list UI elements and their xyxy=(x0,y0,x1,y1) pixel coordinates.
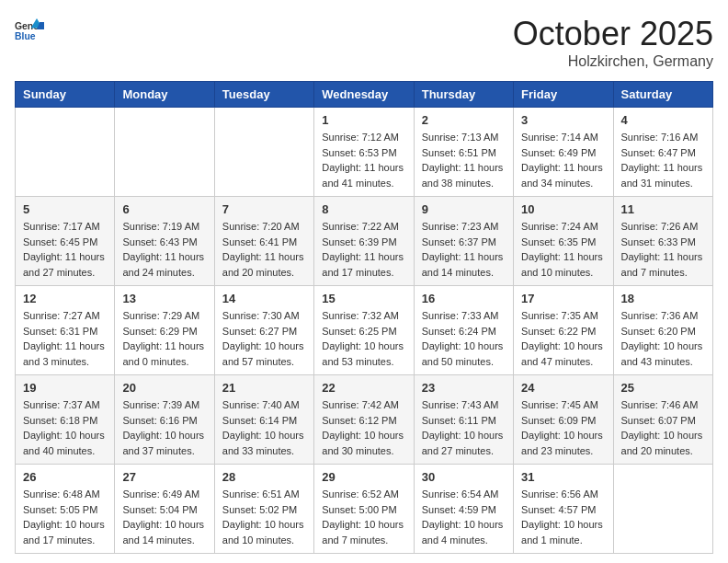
calendar-cell: 21Sunrise: 7:40 AM Sunset: 6:14 PM Dayli… xyxy=(214,375,313,465)
day-info: Sunrise: 7:20 AM Sunset: 6:41 PM Dayligh… xyxy=(222,219,306,280)
day-number: 8 xyxy=(322,202,405,216)
calendar-cell xyxy=(613,465,712,554)
calendar-cell: 25Sunrise: 7:46 AM Sunset: 6:07 PM Dayli… xyxy=(613,375,712,465)
calendar-cell xyxy=(115,108,214,197)
calendar-cell: 18Sunrise: 7:36 AM Sunset: 6:20 PM Dayli… xyxy=(613,286,712,375)
weekday-header: Friday xyxy=(514,82,613,108)
day-number: 25 xyxy=(621,381,705,395)
calendar-cell xyxy=(214,108,313,197)
calendar-week-row: 12Sunrise: 7:27 AM Sunset: 6:31 PM Dayli… xyxy=(16,286,713,375)
title-area: October 2025 Holzkirchen, Germany xyxy=(513,15,713,70)
calendar-cell: 29Sunrise: 6:52 AM Sunset: 5:00 PM Dayli… xyxy=(314,465,414,554)
logo: General Blue xyxy=(15,15,44,44)
calendar-table: SundayMondayTuesdayWednesdayThursdayFrid… xyxy=(15,81,713,554)
day-number: 18 xyxy=(621,292,705,305)
day-number: 21 xyxy=(222,381,306,395)
day-info: Sunrise: 7:35 AM Sunset: 6:22 PM Dayligh… xyxy=(521,308,605,369)
day-info: Sunrise: 7:12 AM Sunset: 6:53 PM Dayligh… xyxy=(322,130,405,190)
day-number: 5 xyxy=(23,202,107,216)
day-number: 27 xyxy=(122,470,206,484)
day-number: 15 xyxy=(322,292,405,305)
logo-icon: General Blue xyxy=(15,15,44,44)
day-info: Sunrise: 7:36 AM Sunset: 6:20 PM Dayligh… xyxy=(621,308,705,369)
day-number: 6 xyxy=(122,202,206,216)
calendar-cell: 7Sunrise: 7:20 AM Sunset: 6:41 PM Daylig… xyxy=(214,197,313,286)
calendar-cell: 24Sunrise: 7:45 AM Sunset: 6:09 PM Dayli… xyxy=(514,375,613,465)
day-info: Sunrise: 6:51 AM Sunset: 5:02 PM Dayligh… xyxy=(222,487,306,547)
calendar-cell: 23Sunrise: 7:43 AM Sunset: 6:11 PM Dayli… xyxy=(414,375,513,465)
calendar-cell: 9Sunrise: 7:23 AM Sunset: 6:37 PM Daylig… xyxy=(414,197,513,286)
calendar-cell xyxy=(16,108,115,197)
calendar-cell: 8Sunrise: 7:22 AM Sunset: 6:39 PM Daylig… xyxy=(314,197,414,286)
day-number: 12 xyxy=(23,292,107,305)
calendar-week-row: 26Sunrise: 6:48 AM Sunset: 5:05 PM Dayli… xyxy=(16,465,713,554)
day-info: Sunrise: 7:43 AM Sunset: 6:11 PM Dayligh… xyxy=(422,397,506,458)
calendar-cell: 26Sunrise: 6:48 AM Sunset: 5:05 PM Dayli… xyxy=(16,465,115,554)
day-number: 1 xyxy=(322,113,405,127)
calendar-cell: 15Sunrise: 7:32 AM Sunset: 6:25 PM Dayli… xyxy=(314,286,414,375)
weekday-header: Sunday xyxy=(16,82,115,108)
day-info: Sunrise: 6:48 AM Sunset: 5:05 PM Dayligh… xyxy=(23,487,107,547)
weekday-header: Tuesday xyxy=(214,82,313,108)
day-info: Sunrise: 7:32 AM Sunset: 6:25 PM Dayligh… xyxy=(322,308,405,369)
day-number: 20 xyxy=(122,381,206,395)
calendar-cell: 30Sunrise: 6:54 AM Sunset: 4:59 PM Dayli… xyxy=(414,465,513,554)
day-info: Sunrise: 7:46 AM Sunset: 6:07 PM Dayligh… xyxy=(621,397,705,458)
day-number: 3 xyxy=(521,113,605,127)
calendar-cell: 12Sunrise: 7:27 AM Sunset: 6:31 PM Dayli… xyxy=(16,286,115,375)
calendar-cell: 17Sunrise: 7:35 AM Sunset: 6:22 PM Dayli… xyxy=(514,286,613,375)
calendar-cell: 10Sunrise: 7:24 AM Sunset: 6:35 PM Dayli… xyxy=(514,197,613,286)
calendar-cell: 13Sunrise: 7:29 AM Sunset: 6:29 PM Dayli… xyxy=(115,286,214,375)
weekday-header-row: SundayMondayTuesdayWednesdayThursdayFrid… xyxy=(16,82,713,108)
day-info: Sunrise: 7:39 AM Sunset: 6:16 PM Dayligh… xyxy=(122,397,206,458)
calendar-cell: 14Sunrise: 7:30 AM Sunset: 6:27 PM Dayli… xyxy=(214,286,313,375)
month-title: October 2025 xyxy=(513,15,713,53)
calendar-week-row: 1Sunrise: 7:12 AM Sunset: 6:53 PM Daylig… xyxy=(16,108,713,197)
weekday-header: Thursday xyxy=(414,82,513,108)
calendar-cell: 20Sunrise: 7:39 AM Sunset: 6:16 PM Dayli… xyxy=(115,375,214,465)
day-info: Sunrise: 6:56 AM Sunset: 4:57 PM Dayligh… xyxy=(521,487,605,547)
day-number: 10 xyxy=(521,202,605,216)
calendar-cell: 22Sunrise: 7:42 AM Sunset: 6:12 PM Dayli… xyxy=(314,375,414,465)
day-number: 26 xyxy=(23,470,107,484)
day-info: Sunrise: 7:24 AM Sunset: 6:35 PM Dayligh… xyxy=(521,219,605,280)
calendar-cell: 27Sunrise: 6:49 AM Sunset: 5:04 PM Dayli… xyxy=(115,465,214,554)
day-info: Sunrise: 7:42 AM Sunset: 6:12 PM Dayligh… xyxy=(322,397,405,458)
location: Holzkirchen, Germany xyxy=(513,53,713,70)
calendar-cell: 5Sunrise: 7:17 AM Sunset: 6:45 PM Daylig… xyxy=(16,197,115,286)
day-number: 7 xyxy=(222,202,306,216)
day-info: Sunrise: 7:27 AM Sunset: 6:31 PM Dayligh… xyxy=(23,308,107,369)
day-info: Sunrise: 7:37 AM Sunset: 6:18 PM Dayligh… xyxy=(23,397,107,458)
page-header: General Blue October 2025 Holzkirchen, G… xyxy=(15,15,713,70)
calendar-cell: 1Sunrise: 7:12 AM Sunset: 6:53 PM Daylig… xyxy=(314,108,414,197)
day-number: 16 xyxy=(422,292,506,305)
day-info: Sunrise: 7:22 AM Sunset: 6:39 PM Dayligh… xyxy=(322,219,405,280)
day-info: Sunrise: 6:49 AM Sunset: 5:04 PM Dayligh… xyxy=(122,487,206,547)
calendar-cell: 3Sunrise: 7:14 AM Sunset: 6:49 PM Daylig… xyxy=(514,108,613,197)
day-info: Sunrise: 6:52 AM Sunset: 5:00 PM Dayligh… xyxy=(322,487,405,547)
calendar-cell: 28Sunrise: 6:51 AM Sunset: 5:02 PM Dayli… xyxy=(214,465,313,554)
calendar-cell: 6Sunrise: 7:19 AM Sunset: 6:43 PM Daylig… xyxy=(115,197,214,286)
day-info: Sunrise: 7:33 AM Sunset: 6:24 PM Dayligh… xyxy=(422,308,506,369)
calendar-cell: 2Sunrise: 7:13 AM Sunset: 6:51 PM Daylig… xyxy=(414,108,513,197)
day-number: 14 xyxy=(222,292,306,305)
day-info: Sunrise: 7:45 AM Sunset: 6:09 PM Dayligh… xyxy=(521,397,605,458)
day-number: 19 xyxy=(23,381,107,395)
day-info: Sunrise: 7:17 AM Sunset: 6:45 PM Dayligh… xyxy=(23,219,107,280)
calendar-cell: 19Sunrise: 7:37 AM Sunset: 6:18 PM Dayli… xyxy=(16,375,115,465)
day-number: 28 xyxy=(222,470,306,484)
day-number: 13 xyxy=(122,292,206,305)
day-number: 17 xyxy=(521,292,605,305)
day-number: 22 xyxy=(322,381,405,395)
day-info: Sunrise: 7:29 AM Sunset: 6:29 PM Dayligh… xyxy=(122,308,206,369)
weekday-header: Monday xyxy=(115,82,214,108)
day-number: 23 xyxy=(422,381,506,395)
calendar-cell: 11Sunrise: 7:26 AM Sunset: 6:33 PM Dayli… xyxy=(613,197,712,286)
day-info: Sunrise: 7:19 AM Sunset: 6:43 PM Dayligh… xyxy=(122,219,206,280)
weekday-header: Saturday xyxy=(613,82,712,108)
svg-text:Blue: Blue xyxy=(15,31,36,41)
weekday-header: Wednesday xyxy=(314,82,414,108)
day-number: 31 xyxy=(521,470,605,484)
day-info: Sunrise: 7:30 AM Sunset: 6:27 PM Dayligh… xyxy=(222,308,306,369)
day-number: 9 xyxy=(422,202,506,216)
